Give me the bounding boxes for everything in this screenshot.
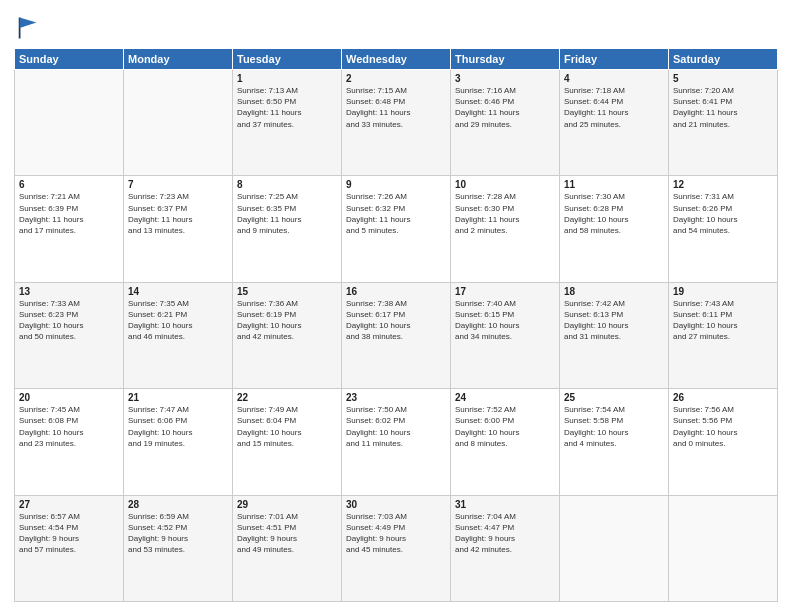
calendar-cell: 27Sunrise: 6:57 AM Sunset: 4:54 PM Dayli… — [15, 495, 124, 601]
day-number: 24 — [455, 392, 555, 403]
day-info: Sunrise: 7:45 AM Sunset: 6:08 PM Dayligh… — [19, 404, 119, 449]
page: SundayMondayTuesdayWednesdayThursdayFrid… — [0, 0, 792, 612]
calendar-cell: 26Sunrise: 7:56 AM Sunset: 5:56 PM Dayli… — [669, 389, 778, 495]
calendar-cell: 7Sunrise: 7:23 AM Sunset: 6:37 PM Daylig… — [124, 176, 233, 282]
logo — [14, 14, 44, 42]
day-info: Sunrise: 7:40 AM Sunset: 6:15 PM Dayligh… — [455, 298, 555, 343]
weekday-header-friday: Friday — [560, 49, 669, 70]
header — [14, 10, 778, 42]
day-info: Sunrise: 7:25 AM Sunset: 6:35 PM Dayligh… — [237, 191, 337, 236]
week-row-5: 27Sunrise: 6:57 AM Sunset: 4:54 PM Dayli… — [15, 495, 778, 601]
calendar-cell: 6Sunrise: 7:21 AM Sunset: 6:39 PM Daylig… — [15, 176, 124, 282]
day-number: 16 — [346, 286, 446, 297]
day-info: Sunrise: 7:20 AM Sunset: 6:41 PM Dayligh… — [673, 85, 773, 130]
calendar: SundayMondayTuesdayWednesdayThursdayFrid… — [14, 48, 778, 602]
day-number: 14 — [128, 286, 228, 297]
day-number: 30 — [346, 499, 446, 510]
calendar-cell: 16Sunrise: 7:38 AM Sunset: 6:17 PM Dayli… — [342, 282, 451, 388]
day-info: Sunrise: 7:52 AM Sunset: 6:00 PM Dayligh… — [455, 404, 555, 449]
day-number: 21 — [128, 392, 228, 403]
day-number: 9 — [346, 179, 446, 190]
calendar-cell: 8Sunrise: 7:25 AM Sunset: 6:35 PM Daylig… — [233, 176, 342, 282]
calendar-cell: 9Sunrise: 7:26 AM Sunset: 6:32 PM Daylig… — [342, 176, 451, 282]
weekday-header-saturday: Saturday — [669, 49, 778, 70]
day-info: Sunrise: 7:43 AM Sunset: 6:11 PM Dayligh… — [673, 298, 773, 343]
calendar-cell: 31Sunrise: 7:04 AM Sunset: 4:47 PM Dayli… — [451, 495, 560, 601]
week-row-4: 20Sunrise: 7:45 AM Sunset: 6:08 PM Dayli… — [15, 389, 778, 495]
day-number: 3 — [455, 73, 555, 84]
day-number: 31 — [455, 499, 555, 510]
day-info: Sunrise: 6:59 AM Sunset: 4:52 PM Dayligh… — [128, 511, 228, 556]
calendar-cell: 5Sunrise: 7:20 AM Sunset: 6:41 PM Daylig… — [669, 70, 778, 176]
day-number: 2 — [346, 73, 446, 84]
day-number: 10 — [455, 179, 555, 190]
day-info: Sunrise: 7:01 AM Sunset: 4:51 PM Dayligh… — [237, 511, 337, 556]
weekday-header-thursday: Thursday — [451, 49, 560, 70]
calendar-header: SundayMondayTuesdayWednesdayThursdayFrid… — [15, 49, 778, 70]
day-number: 11 — [564, 179, 664, 190]
calendar-cell: 23Sunrise: 7:50 AM Sunset: 6:02 PM Dayli… — [342, 389, 451, 495]
calendar-cell: 11Sunrise: 7:30 AM Sunset: 6:28 PM Dayli… — [560, 176, 669, 282]
day-number: 6 — [19, 179, 119, 190]
day-number: 25 — [564, 392, 664, 403]
day-info: Sunrise: 7:47 AM Sunset: 6:06 PM Dayligh… — [128, 404, 228, 449]
day-number: 22 — [237, 392, 337, 403]
week-row-3: 13Sunrise: 7:33 AM Sunset: 6:23 PM Dayli… — [15, 282, 778, 388]
day-number: 8 — [237, 179, 337, 190]
calendar-cell: 18Sunrise: 7:42 AM Sunset: 6:13 PM Dayli… — [560, 282, 669, 388]
calendar-cell — [124, 70, 233, 176]
weekday-header-wednesday: Wednesday — [342, 49, 451, 70]
day-number: 12 — [673, 179, 773, 190]
day-info: Sunrise: 7:33 AM Sunset: 6:23 PM Dayligh… — [19, 298, 119, 343]
day-number: 19 — [673, 286, 773, 297]
day-number: 5 — [673, 73, 773, 84]
day-info: Sunrise: 7:31 AM Sunset: 6:26 PM Dayligh… — [673, 191, 773, 236]
calendar-cell: 21Sunrise: 7:47 AM Sunset: 6:06 PM Dayli… — [124, 389, 233, 495]
calendar-cell: 10Sunrise: 7:28 AM Sunset: 6:30 PM Dayli… — [451, 176, 560, 282]
calendar-cell — [15, 70, 124, 176]
day-number: 20 — [19, 392, 119, 403]
day-number: 7 — [128, 179, 228, 190]
calendar-cell: 12Sunrise: 7:31 AM Sunset: 6:26 PM Dayli… — [669, 176, 778, 282]
calendar-cell: 24Sunrise: 7:52 AM Sunset: 6:00 PM Dayli… — [451, 389, 560, 495]
calendar-cell: 19Sunrise: 7:43 AM Sunset: 6:11 PM Dayli… — [669, 282, 778, 388]
calendar-cell: 4Sunrise: 7:18 AM Sunset: 6:44 PM Daylig… — [560, 70, 669, 176]
day-number: 27 — [19, 499, 119, 510]
day-info: Sunrise: 7:36 AM Sunset: 6:19 PM Dayligh… — [237, 298, 337, 343]
calendar-cell: 22Sunrise: 7:49 AM Sunset: 6:04 PM Dayli… — [233, 389, 342, 495]
day-info: Sunrise: 7:15 AM Sunset: 6:48 PM Dayligh… — [346, 85, 446, 130]
day-info: Sunrise: 7:04 AM Sunset: 4:47 PM Dayligh… — [455, 511, 555, 556]
calendar-cell: 15Sunrise: 7:36 AM Sunset: 6:19 PM Dayli… — [233, 282, 342, 388]
day-info: Sunrise: 7:21 AM Sunset: 6:39 PM Dayligh… — [19, 191, 119, 236]
calendar-cell: 1Sunrise: 7:13 AM Sunset: 6:50 PM Daylig… — [233, 70, 342, 176]
svg-rect-0 — [14, 14, 42, 42]
calendar-cell: 14Sunrise: 7:35 AM Sunset: 6:21 PM Dayli… — [124, 282, 233, 388]
week-row-2: 6Sunrise: 7:21 AM Sunset: 6:39 PM Daylig… — [15, 176, 778, 282]
day-info: Sunrise: 7:49 AM Sunset: 6:04 PM Dayligh… — [237, 404, 337, 449]
calendar-cell: 13Sunrise: 7:33 AM Sunset: 6:23 PM Dayli… — [15, 282, 124, 388]
calendar-cell: 2Sunrise: 7:15 AM Sunset: 6:48 PM Daylig… — [342, 70, 451, 176]
day-number: 26 — [673, 392, 773, 403]
day-info: Sunrise: 7:56 AM Sunset: 5:56 PM Dayligh… — [673, 404, 773, 449]
day-info: Sunrise: 7:28 AM Sunset: 6:30 PM Dayligh… — [455, 191, 555, 236]
day-info: Sunrise: 6:57 AM Sunset: 4:54 PM Dayligh… — [19, 511, 119, 556]
calendar-cell: 20Sunrise: 7:45 AM Sunset: 6:08 PM Dayli… — [15, 389, 124, 495]
calendar-cell: 29Sunrise: 7:01 AM Sunset: 4:51 PM Dayli… — [233, 495, 342, 601]
calendar-cell: 17Sunrise: 7:40 AM Sunset: 6:15 PM Dayli… — [451, 282, 560, 388]
day-info: Sunrise: 7:38 AM Sunset: 6:17 PM Dayligh… — [346, 298, 446, 343]
weekday-header-tuesday: Tuesday — [233, 49, 342, 70]
day-info: Sunrise: 7:42 AM Sunset: 6:13 PM Dayligh… — [564, 298, 664, 343]
week-row-1: 1Sunrise: 7:13 AM Sunset: 6:50 PM Daylig… — [15, 70, 778, 176]
day-number: 28 — [128, 499, 228, 510]
calendar-cell — [560, 495, 669, 601]
calendar-cell: 25Sunrise: 7:54 AM Sunset: 5:58 PM Dayli… — [560, 389, 669, 495]
day-number: 29 — [237, 499, 337, 510]
calendar-cell — [669, 495, 778, 601]
day-info: Sunrise: 7:30 AM Sunset: 6:28 PM Dayligh… — [564, 191, 664, 236]
day-number: 15 — [237, 286, 337, 297]
day-info: Sunrise: 7:13 AM Sunset: 6:50 PM Dayligh… — [237, 85, 337, 130]
day-number: 18 — [564, 286, 664, 297]
day-info: Sunrise: 7:16 AM Sunset: 6:46 PM Dayligh… — [455, 85, 555, 130]
day-number: 17 — [455, 286, 555, 297]
calendar-cell: 30Sunrise: 7:03 AM Sunset: 4:49 PM Dayli… — [342, 495, 451, 601]
